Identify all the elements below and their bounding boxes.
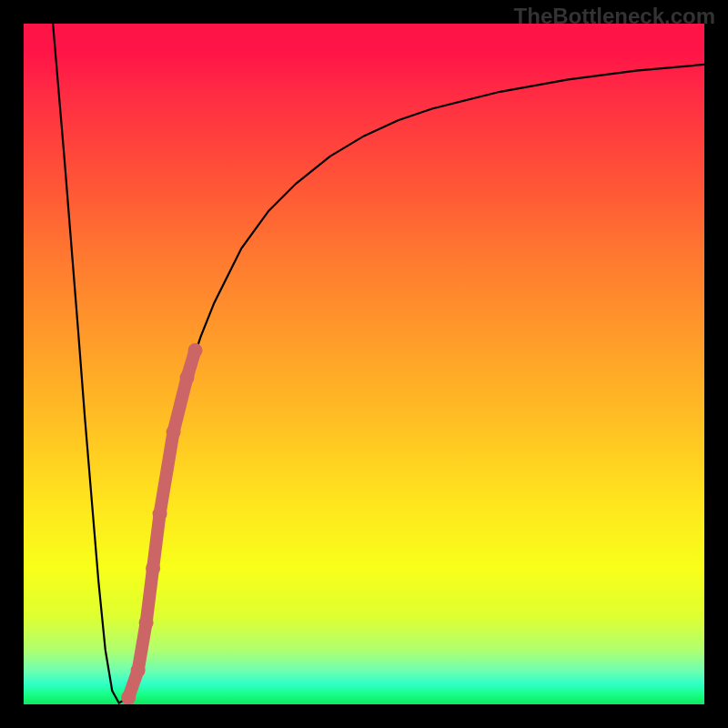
highlight-dot bbox=[180, 370, 195, 385]
highlight-dot bbox=[146, 561, 160, 575]
highlight-dot bbox=[167, 425, 181, 440]
highlight-dot bbox=[131, 663, 146, 678]
highlight-dot bbox=[139, 615, 154, 630]
highlight-segment bbox=[128, 350, 195, 697]
curve-layer bbox=[24, 24, 704, 704]
plot-area bbox=[24, 24, 704, 704]
highlight-dot bbox=[188, 343, 203, 358]
highlight-dot bbox=[121, 691, 136, 704]
watermark-text: TheBottleneck.com bbox=[514, 4, 715, 29]
highlight-dot bbox=[153, 507, 167, 521]
